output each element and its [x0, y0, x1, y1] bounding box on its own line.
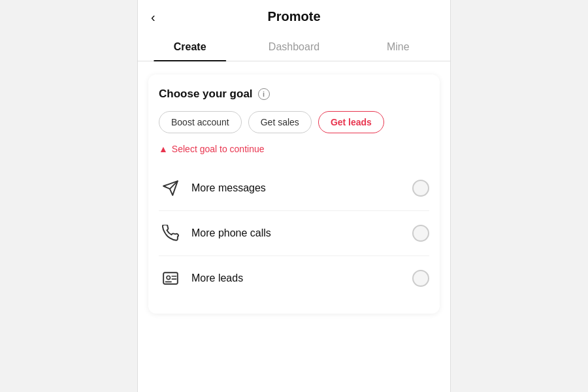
goal-title: Choose your goal	[159, 88, 253, 101]
option-more-phone-calls[interactable]: More phone calls	[159, 211, 429, 256]
goal-title-row: Choose your goal i	[159, 88, 429, 101]
more-messages-radio[interactable]	[412, 180, 429, 197]
goal-buttons: Boost account Get sales Get leads	[159, 111, 429, 133]
more-leads-label: More leads	[191, 272, 412, 284]
get-leads-button[interactable]: Get leads	[318, 111, 384, 133]
option-more-leads[interactable]: More leads	[159, 256, 429, 301]
leads-card-icon	[159, 267, 182, 290]
options-list: More messages More phone calls	[159, 166, 429, 301]
warning-row: ▲ Select goal to continue	[159, 144, 429, 154]
more-leads-radio[interactable]	[412, 270, 429, 287]
goal-card: Choose your goal i Boost account Get sal…	[148, 74, 440, 314]
phone-frame: ‹ Promote Create Dashboard Mine Choose y…	[137, 0, 451, 392]
phone-icon	[159, 221, 182, 245]
page-title: Promote	[267, 9, 320, 24]
message-icon	[159, 176, 182, 200]
warning-text: Select goal to continue	[172, 144, 265, 154]
more-phone-calls-radio[interactable]	[412, 225, 429, 242]
tab-create[interactable]: Create	[138, 33, 242, 61]
get-sales-button[interactable]: Get sales	[248, 111, 312, 133]
boost-account-button[interactable]: Boost account	[159, 111, 242, 133]
more-phone-calls-label: More phone calls	[191, 227, 412, 239]
tab-mine[interactable]: Mine	[346, 33, 450, 61]
info-icon[interactable]: i	[258, 88, 270, 100]
more-messages-label: More messages	[191, 182, 412, 194]
back-button[interactable]: ‹	[148, 8, 158, 26]
tab-dashboard[interactable]: Dashboard	[242, 33, 346, 61]
svg-point-2	[167, 276, 170, 279]
tabs-bar: Create Dashboard Mine	[138, 33, 450, 61]
warning-icon: ▲	[159, 144, 168, 154]
main-content: Choose your goal i Boost account Get sal…	[138, 61, 450, 327]
header: ‹ Promote	[138, 0, 450, 33]
option-more-messages[interactable]: More messages	[159, 166, 429, 211]
